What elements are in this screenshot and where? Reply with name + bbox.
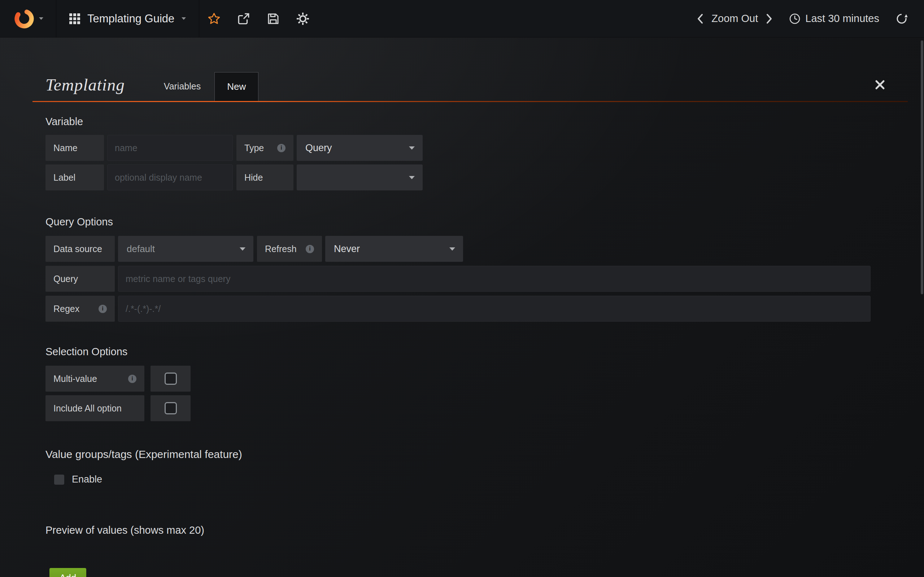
share-dashboard-button[interactable] [229,0,258,37]
refresh-icon [896,13,908,24]
name-field-label: Name [45,135,104,161]
tab-new[interactable]: New [215,72,258,101]
dashboard-settings-button[interactable] [288,0,318,37]
data-source-select[interactable]: default [118,236,254,262]
variable-label-input[interactable] [107,164,233,190]
hide-field-label: Hide [236,164,294,190]
star-icon [208,12,221,25]
templating-editor: Templating Variables New Variable Name T… [32,37,908,577]
data-source-label: Data source [45,236,115,262]
refresh-field-label: Refresh i [257,236,322,262]
chevron-right-icon [766,14,772,24]
time-shift-forward-button[interactable] [760,14,778,24]
time-controls: Zoom Out Last 30 minutes [691,0,924,37]
grafana-menu-button[interactable] [0,0,56,37]
variable-section: Variable Name Type i Query Label Hide [32,115,908,190]
chevron-down-icon [409,176,415,179]
multi-value-label: Multi-value i [45,366,144,392]
section-heading-query-options: Query Options [32,216,908,228]
selection-options-section: Selection Options Multi-value i Include … [32,345,908,421]
query-options-row-2: Query [32,266,908,292]
chevron-down-icon [449,247,455,251]
section-heading-variable: Variable [32,115,908,128]
star-dashboard-button[interactable] [199,0,229,37]
preview-section: Preview of values (shows max 20) [32,524,908,536]
gear-icon [296,12,309,25]
query-input[interactable] [118,266,871,292]
share-icon [237,12,250,25]
query-options-row-3: Regex i [32,296,908,322]
multi-value-checkbox[interactable] [150,366,191,392]
section-heading-preview: Preview of values (shows max 20) [32,524,908,536]
include-all-label: Include All option [45,395,144,421]
time-range-picker[interactable]: Last 30 minutes [789,13,879,24]
value-groups-section: Value groups/tags (Experimental feature)… [32,448,908,485]
close-icon [874,79,885,90]
section-heading-value-groups: Value groups/tags (Experimental feature) [32,448,908,461]
grafana-app: Templating Guide [0,0,924,577]
variable-row-2: Label Hide [32,164,908,190]
chevron-down-icon [39,17,43,20]
checkbox-icon [165,402,177,414]
chevron-down-icon [409,147,415,150]
variable-type-select[interactable]: Query [297,135,423,161]
tab-variables[interactable]: Variables [150,81,215,92]
grafana-logo-icon [13,8,36,30]
variable-row-1: Name Type i Query [32,135,908,161]
refresh-dashboard-button[interactable] [896,13,908,24]
info-icon[interactable]: i [277,144,286,152]
dashboard-actions [199,0,318,37]
clock-icon [789,13,801,24]
query-field-label: Query [45,266,115,292]
zoom-out-button[interactable]: Zoom Out [711,13,758,24]
close-editor-button[interactable] [874,79,885,90]
query-options-row-1: Data source default Refresh i Never [32,236,908,262]
label-field-label: Label [45,164,104,190]
enable-label: Enable [72,474,102,485]
refresh-select[interactable]: Never [325,236,463,262]
enable-checkbox[interactable] [54,475,64,485]
dashboard-picker-button[interactable]: Templating Guide [56,0,199,37]
chevron-down-icon [240,247,246,251]
dashboard-title: Templating Guide [87,12,174,25]
type-field-label: Type i [236,135,294,161]
regex-field-label: Regex i [45,296,115,322]
checkbox-icon [165,372,177,385]
enable-row: Enable [32,474,908,485]
variable-hide-select[interactable] [297,164,423,190]
regex-input[interactable] [118,296,871,322]
save-icon [267,13,279,25]
save-dashboard-button[interactable] [258,0,288,37]
include-all-row: Include All option [32,395,908,421]
scrollbar-thumb[interactable] [921,40,923,294]
time-shift-back-button[interactable] [691,14,709,24]
info-icon[interactable]: i [99,305,107,313]
page-title: Templating [45,75,125,101]
info-icon[interactable]: i [128,375,136,383]
info-icon[interactable]: i [306,245,314,253]
chevron-left-icon [697,14,703,24]
multi-value-row: Multi-value i [32,366,908,392]
query-options-section: Query Options Data source default Refres… [32,216,908,322]
chevron-down-icon [181,17,186,20]
editor-header: Templating Variables New [32,72,908,101]
section-heading-selection-options: Selection Options [32,345,908,358]
time-range-label: Last 30 minutes [805,13,879,24]
navbar: Templating Guide [0,0,924,37]
variable-name-input[interactable] [107,135,233,161]
add-variable-button[interactable]: Add [50,568,86,577]
grid-icon [69,13,80,24]
include-all-checkbox[interactable] [150,395,191,421]
